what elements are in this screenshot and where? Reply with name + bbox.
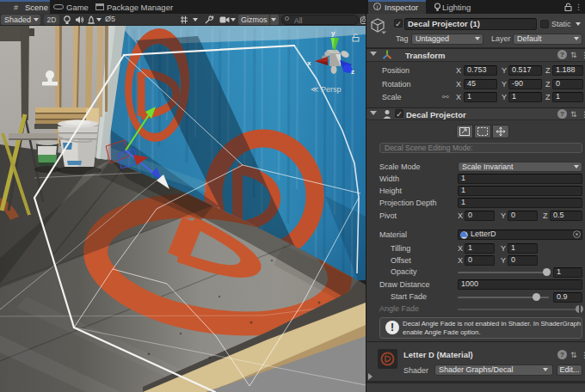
svg-text:≪ Persp: ≪ Persp bbox=[311, 85, 341, 94]
svg-text:x: x bbox=[307, 59, 311, 67]
svg-text:y: y bbox=[331, 29, 336, 37]
svg-text:z: z bbox=[351, 68, 354, 76]
